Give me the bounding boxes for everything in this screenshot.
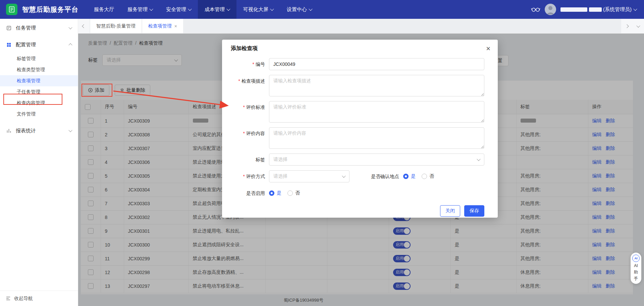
- method-label: 评价方式: [231, 170, 265, 182]
- app-logo-icon: [6, 4, 17, 15]
- sidebar-group-config-mgmt[interactable]: 配置管理: [0, 36, 78, 53]
- chevron-up-icon: [68, 43, 72, 47]
- top-navbar: 智慧后勤服务平台 服务大厅 服务管理 安全管理 成本管理 可视化大屏 设置中心 …: [0, 0, 644, 19]
- menu-item-settings-center[interactable]: 设置中心: [280, 0, 319, 19]
- sidebar-item-check-type-mgmt[interactable]: 检查类型管理: [0, 64, 78, 75]
- avatar[interactable]: [545, 4, 556, 15]
- tab-close-icon[interactable]: ×: [174, 24, 177, 29]
- ai-icon: AI: [632, 255, 640, 262]
- standard-textarea[interactable]: [269, 101, 484, 123]
- tabs-scroll-right-icon[interactable]: [621, 19, 633, 33]
- chevron-down-icon: [270, 7, 274, 11]
- desc-label: 检查项描述: [231, 75, 265, 87]
- app-title: 智慧后勤服务平台: [22, 5, 78, 14]
- content-label: 评价内容: [231, 127, 265, 139]
- sidebar-item-file-mgmt[interactable]: 文件管理: [0, 108, 78, 120]
- sidebar-group-report-stats[interactable]: 报表统计: [0, 122, 78, 139]
- sidebar-item-check-content-mgmt[interactable]: 检查内容管理: [0, 97, 78, 108]
- save-button[interactable]: 保存: [464, 205, 484, 217]
- ai-assistant-button[interactable]: AI AI 助 手: [631, 253, 641, 284]
- menu-item-cost-mgmt[interactable]: 成本管理: [198, 0, 236, 19]
- menu-item-service-hall[interactable]: 服务大厅: [87, 0, 121, 19]
- chevron-down-icon: [68, 128, 72, 132]
- sidebar-item-tag-mgmt[interactable]: 标签管理: [0, 53, 78, 64]
- chevron-down-icon: [226, 7, 230, 11]
- navbar-user-area: (系统管理员): [531, 4, 644, 15]
- chevron-down-icon: [188, 7, 192, 11]
- tab-quality-mgmt[interactable]: 智慧后勤-质量管理: [90, 19, 142, 33]
- desc-textarea[interactable]: [269, 75, 484, 96]
- radio-yes[interactable]: 是: [269, 190, 281, 196]
- standard-label: 评价标准: [231, 101, 265, 113]
- close-icon[interactable]: ×: [486, 45, 490, 52]
- sidebar-group-task-mgmt[interactable]: 任务管理: [0, 19, 78, 36]
- tag-select[interactable]: 请选择: [269, 154, 484, 166]
- menu-item-security-mgmt[interactable]: 安全管理: [159, 0, 198, 19]
- main-menu: 服务大厅 服务管理 安全管理 成本管理 可视化大屏 设置中心: [87, 0, 319, 19]
- chevron-down-icon: [477, 157, 480, 161]
- menu-item-dashboard[interactable]: 可视化大屏: [236, 0, 280, 19]
- confirm-location-label: 是否确认地点: [371, 170, 399, 182]
- close-button[interactable]: 关闭: [440, 205, 460, 217]
- code-input[interactable]: [269, 58, 484, 70]
- modal-title: 添加检查项: [231, 45, 484, 52]
- code-label: 编号: [231, 58, 265, 70]
- radio-no[interactable]: 否: [422, 173, 434, 179]
- confirm-location-radios: 是 否: [403, 170, 434, 182]
- user-name-redacted[interactable]: (系统管理员): [560, 6, 637, 13]
- enable-label: 是否启用: [231, 187, 265, 199]
- tab-check-item-mgmt[interactable]: 检查项管理×: [142, 19, 183, 33]
- sidebar: 任务管理 配置管理 标签管理 检查类型管理 检查项管理 子任务管理 检查内容管理…: [0, 19, 78, 306]
- tabs-menu-icon[interactable]: [633, 19, 644, 33]
- glasses-icon[interactable]: [531, 6, 540, 12]
- sidebar-item-subtask-mgmt[interactable]: 子任务管理: [0, 86, 78, 97]
- collapse-nav-button[interactable]: 收起导航: [0, 291, 78, 306]
- method-select[interactable]: 请选择: [269, 170, 350, 182]
- sidebar-config-children: 标签管理 检查类型管理 检查项管理 子任务管理 检查内容管理 文件管理: [0, 53, 78, 120]
- chevron-down-icon: [68, 26, 72, 29]
- chevron-down-icon: [309, 7, 312, 11]
- user-role-label: (系统管理员): [603, 6, 632, 13]
- tag-label: 标签: [231, 154, 265, 166]
- chevron-down-icon: [149, 7, 153, 11]
- add-check-item-modal: 添加检查项 × 编号 检查项描述 评价标准 评价内容 标签 请选择 评价方式 请…: [222, 40, 498, 218]
- page-tabbar: 智慧后勤-质量管理 检查项管理×: [78, 19, 644, 34]
- radio-yes[interactable]: 是: [403, 173, 416, 179]
- content-textarea[interactable]: [269, 127, 484, 149]
- radio-no[interactable]: 否: [287, 190, 300, 196]
- enable-radios: 是 否: [269, 187, 300, 199]
- sidebar-item-check-item-mgmt[interactable]: 检查项管理: [0, 75, 78, 86]
- menu-item-service-mgmt[interactable]: 服务管理: [121, 0, 159, 19]
- tabs-scroll-left-icon[interactable]: [78, 19, 90, 33]
- chevron-down-icon: [342, 174, 345, 178]
- chevron-down-icon: [633, 7, 637, 11]
